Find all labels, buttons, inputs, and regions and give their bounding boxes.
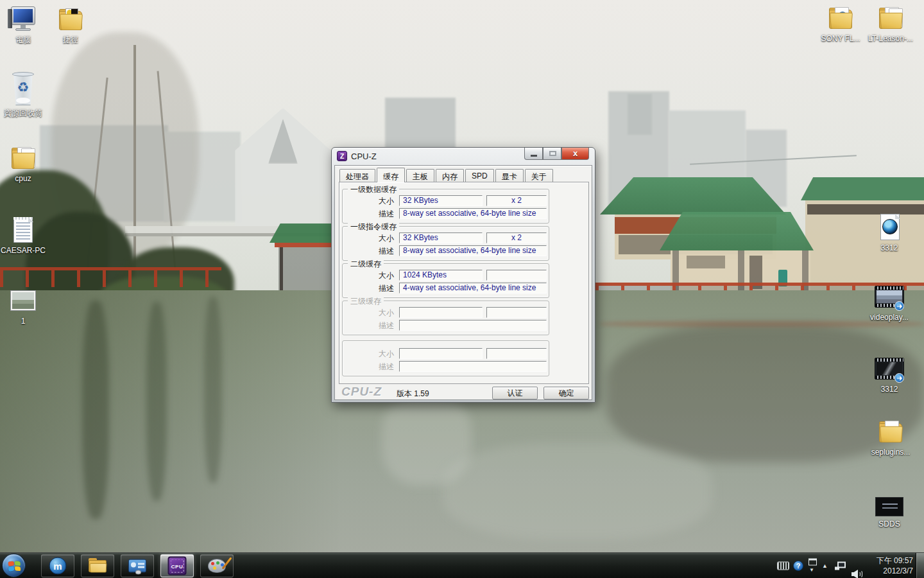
- folder-image-icon: [55, 5, 87, 35]
- windows-logo-icon: [8, 561, 21, 572]
- thumb-text-line: [882, 507, 898, 509]
- group-title: 一级数据缓存: [348, 184, 399, 195]
- desktop-icon-3312-media[interactable]: 3312: [865, 213, 914, 252]
- taskbar-clock[interactable]: 下午 09:57 2012/3/7: [877, 556, 913, 576]
- show-desktop-button[interactable]: [916, 553, 924, 578]
- desktop-icon-caesar-pc[interactable]: CAESAR-PC: [0, 216, 47, 255]
- desktop-icon-seplugins[interactable]: seplugins...: [866, 417, 915, 457]
- l1i-mult-field: x 2: [486, 232, 547, 243]
- folder-front: [90, 563, 107, 573]
- tab-mainboard[interactable]: 主板: [406, 169, 434, 182]
- tab-about[interactable]: 关于: [525, 169, 553, 182]
- desktop-icon-videoplay[interactable]: videoplay...: [865, 283, 914, 322]
- desktop-icon-image-1[interactable]: 1: [0, 286, 47, 326]
- icon-label: 1: [0, 317, 47, 326]
- desc-label: 描述: [343, 283, 394, 294]
- wallpaper-red-fence-posts: [0, 270, 221, 287]
- extra-size-field: [399, 348, 483, 359]
- cpuz-titlebar[interactable]: Z CPU-Z x: [332, 148, 595, 165]
- show-hidden-icons-button[interactable]: ▲: [822, 563, 828, 569]
- size-label: 大小: [343, 270, 394, 281]
- group-l3-cache: 三级缓存 大小 描述: [342, 301, 549, 335]
- size-label: 大小: [343, 308, 394, 319]
- taskbar-button-explorer[interactable]: [81, 554, 114, 577]
- l3-size-field: [399, 307, 483, 318]
- desktop-icon-cpuz-folder[interactable]: cpuz: [0, 144, 47, 183]
- desc-label: 描述: [343, 362, 394, 372]
- maximize-button[interactable]: [543, 148, 561, 160]
- cpuz-window: Z CPU-Z x 处理器 缓存 主板 内存 SPD 显卡 关于 一级数据缓存 …: [331, 147, 595, 403]
- desktop-icon-sdds[interactable]: SDDS: [865, 496, 914, 529]
- network-icon[interactable]: [835, 562, 846, 570]
- size-label: 大小: [343, 233, 394, 244]
- desktop-icon-shortcut-folder[interactable]: 捷徑: [46, 5, 95, 44]
- taskbar-button-maxthon[interactable]: m: [41, 554, 74, 577]
- ok-button[interactable]: 确定: [543, 387, 589, 399]
- tab-processor[interactable]: 处理器: [339, 169, 375, 182]
- language-bar-dropdown-icon[interactable]: ▼: [809, 567, 814, 573]
- l1i-desc-field: 8-way set associative, 64-byte line size: [399, 245, 547, 256]
- cache-tab-page: 一级数据缓存 大小 32 KBytes x 2 描述 8-way set ass…: [339, 182, 589, 384]
- l1d-mult-field: x 2: [486, 195, 547, 206]
- folder-icon: [875, 4, 907, 33]
- group-title: 三级缓存: [348, 296, 384, 307]
- size-label: 大小: [343, 349, 394, 360]
- computer-icon: [7, 5, 39, 35]
- cpuz-footer-logo: CPU-Z: [341, 385, 382, 399]
- wallpaper-reflection-railing: [600, 321, 924, 327]
- settings-icon: [128, 559, 146, 573]
- taskbar-button-paint[interactable]: [200, 554, 234, 577]
- video-shortcut-icon: [873, 283, 905, 312]
- icon-label: videoplay...: [865, 313, 914, 322]
- l2-size-field: 1024 KBytes: [399, 270, 483, 281]
- tab-spd[interactable]: SPD: [465, 169, 494, 182]
- language-bar-restore-icon[interactable]: [809, 559, 817, 566]
- tab-memory[interactable]: 内存: [436, 169, 464, 182]
- desktop-icon-computer[interactable]: 電腦: [0, 5, 47, 44]
- desktop-icon-lt-leason[interactable]: LT-Leason-...: [866, 4, 915, 43]
- wallpaper-second-roof: [660, 212, 814, 250]
- tab-graphics[interactable]: 显卡: [495, 169, 524, 182]
- icon-label: LT-Leason-...: [866, 35, 915, 43]
- explorer-folder-icon: [87, 557, 108, 574]
- clock-date: 2012/3/7: [877, 566, 913, 576]
- icon-label: 3312: [865, 244, 914, 252]
- cpuz-taskbar-icon: CPU Z: [168, 557, 187, 575]
- keyboard-input-icon[interactable]: [777, 562, 789, 570]
- help-icon[interactable]: ?: [793, 561, 803, 571]
- icon-label: SONY FL...: [816, 35, 865, 43]
- desktop-icon-sony-fl[interactable]: SONY FL...: [816, 4, 865, 43]
- l1d-size-field: 32 KBytes: [399, 195, 483, 206]
- recycle-symbol: ♻: [15, 80, 31, 95]
- folder-front: [880, 13, 903, 29]
- validate-button[interactable]: 认证: [492, 387, 538, 399]
- desktop-icon-recycle-bin[interactable]: ♻ 資源回收筒: [0, 72, 47, 118]
- taskbar-button-cpuz[interactable]: CPU Z: [160, 554, 194, 577]
- tab-cache[interactable]: 缓存: [377, 168, 405, 182]
- desc-label: 描述: [343, 209, 394, 220]
- desktop-icon-3312-video[interactable]: 3312: [865, 355, 914, 394]
- group-l1-instruction-cache: 一级指令缓存 大小 32 KBytes x 2 描述 8-way set ass…: [342, 226, 549, 261]
- folder-front: [60, 14, 83, 30]
- paint-palette-icon: [208, 559, 226, 573]
- taskbar-button-settings[interactable]: [121, 554, 154, 577]
- lens-icon: [882, 219, 898, 234]
- folder-front: [880, 426, 903, 442]
- cpuz-icon-text: CPU Z: [171, 559, 184, 573]
- recycle-bin-icon: ♻: [7, 72, 39, 108]
- icon-label: 捷徑: [46, 36, 95, 44]
- l1d-desc-field: 8-way set associative, 64-byte line size: [399, 208, 547, 219]
- icon-label: 電腦: [0, 36, 47, 44]
- volume-icon[interactable]: [851, 569, 863, 578]
- start-button[interactable]: [2, 554, 26, 577]
- l1i-size-field: 32 KBytes: [399, 232, 483, 243]
- caption-buttons: x: [524, 148, 589, 160]
- icon-label: seplugins...: [866, 448, 915, 457]
- minimize-button[interactable]: [524, 148, 543, 160]
- monitor-screen: [13, 9, 33, 22]
- shortcut-arrow-icon: [894, 301, 904, 311]
- dark-thumbnail: [875, 497, 903, 516]
- wallpaper-right-roof-far: [801, 177, 924, 200]
- folder-front: [830, 13, 853, 29]
- close-button[interactable]: x: [561, 148, 589, 160]
